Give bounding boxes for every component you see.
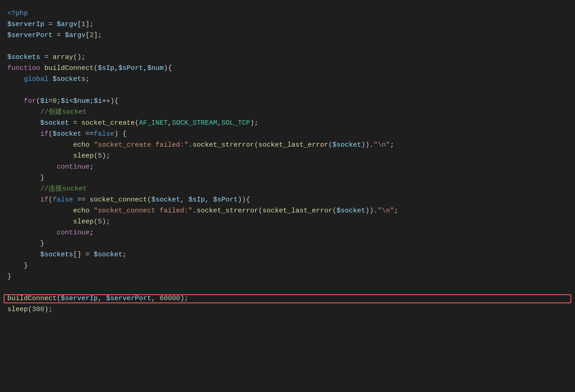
const-sol-tcp: SOL_TCP [221, 118, 250, 129]
semi-2: ; [390, 140, 394, 151]
paren-for-open: ( [36, 96, 40, 107]
var-socket-cond-1: $socket [53, 129, 81, 140]
code-editor: <?php $serverIp = $argv [ 1 ]; $serverPo… [0, 0, 575, 323]
indent-15 [7, 238, 40, 249]
num-0: 0 [53, 96, 57, 107]
paren-ss-open-1: ( [254, 140, 258, 151]
comment-connect-socket: //连接socket [40, 184, 87, 195]
comment-create-socket: //创建socket [40, 107, 87, 118]
paren-sleep-close-3: ); [44, 304, 53, 315]
semi-4: ; [394, 206, 398, 217]
fn-sleep-2: sleep [73, 217, 94, 228]
code-line-12: if ( $socket == false ) { [0, 129, 575, 140]
var-i-cond: $i [61, 96, 69, 107]
semi-1: ; [85, 74, 90, 85]
kw-false-1: false [94, 129, 114, 140]
code-line-6: function buildConnect ( $sIp , $sPort , … [0, 63, 575, 74]
code-line-18: if ( false == socket_connect ( $socket ,… [0, 195, 575, 206]
paren-sleep-close-2: ); [102, 217, 110, 228]
var-serverport: $serverPort [7, 30, 53, 41]
lt-op: < [69, 96, 73, 107]
paren-bc-close: ); [180, 293, 188, 304]
str-create-failed: "socket_create failed:" [94, 140, 188, 151]
indent-16 [7, 249, 40, 260]
operator-assign: = [44, 19, 57, 30]
kw-global: global [24, 74, 48, 85]
space-3: == [81, 129, 94, 140]
paren-sleep-close-1: ); [102, 151, 110, 162]
var-sip-arg: $sIp [188, 195, 205, 206]
fn-echo-1: echo [73, 140, 90, 151]
comma-sc-1: , [168, 118, 172, 129]
code-line-7: global $sockets ; [0, 74, 575, 85]
var-argv1: $argv [57, 19, 77, 30]
fn-socket-last-error-1: socket_last_error [258, 140, 328, 151]
concat-2: . [369, 140, 373, 151]
code-line-14: sleep ( 5 ); [0, 151, 575, 162]
fn-buildconnect-call: buildConnect [7, 293, 57, 304]
space-2 [48, 74, 53, 85]
var-socket: $socket [40, 118, 69, 129]
code-line-28: sleep ( 300 ); [0, 304, 575, 315]
space-1 [40, 63, 44, 74]
indent-9 [7, 173, 40, 184]
code-line-1: <?php [0, 8, 575, 19]
paren-sc-close: ); [250, 118, 258, 129]
paren-sleep-2: ( [94, 217, 98, 228]
paren-if-open-1: ( [48, 129, 53, 140]
indent-7 [7, 151, 73, 162]
code-line-13: echo "socket_create failed:" . socket_st… [0, 140, 575, 151]
indent-13 [7, 217, 73, 228]
paren-scon-open: ( [147, 195, 151, 206]
paren-scon-close: )){ [238, 195, 250, 206]
paren-sleep-3: ( [28, 304, 32, 315]
php-open-tag: <?php [7, 8, 28, 19]
param-sip: $sIp [98, 63, 114, 74]
kw-false-2: false [53, 195, 73, 206]
var-serverip-arg: $serverIp [61, 293, 98, 304]
var-sockets-global: $sockets [53, 74, 85, 85]
paren-sle-open-1: ( [328, 140, 332, 151]
var-num-cond: $num [73, 96, 90, 107]
var-serverip: $serverIp [7, 19, 44, 30]
param-num: $num [147, 63, 164, 74]
array-push-op: [] = [73, 249, 94, 260]
code-line-16: } [0, 173, 575, 184]
for-assign: = [48, 96, 53, 107]
num-1: 1 [81, 19, 85, 30]
comma-scon-2: , [205, 195, 213, 206]
operator-assign4: = [69, 118, 81, 129]
paren-if-close-1: ) { [114, 129, 127, 140]
fn-sleep-1: sleep [73, 151, 94, 162]
operator-assign2: = [53, 30, 65, 41]
num-2: 2 [90, 30, 94, 41]
comma-sc-2: , [217, 118, 221, 129]
bracket-2: ]; [85, 19, 94, 30]
code-line-21: continue ; [0, 228, 575, 238]
indent-4 [7, 118, 40, 129]
paren-sle-open-2: ( [332, 206, 336, 217]
kw-if-2: if [40, 195, 48, 206]
code-line-17: //连接socket [0, 184, 575, 195]
brace-close-2: } [40, 238, 44, 249]
code-line-25: } [0, 271, 575, 282]
paren-ss-open-2: ( [258, 206, 262, 217]
const-af-inet: AF_INET [139, 118, 168, 129]
var-sport-arg: $sPort [213, 195, 238, 206]
fn-socket-create: socket_create [81, 118, 135, 129]
space-4 [90, 140, 94, 151]
fn-echo-2: echo [73, 206, 90, 217]
var-socket-arg-1: $socket [332, 140, 361, 151]
num-60000: 60000 [160, 293, 180, 304]
indent-5 [7, 129, 40, 140]
kw-for: for [24, 96, 36, 107]
code-line-3: $serverPort = $argv [ 2 ]; [0, 30, 575, 41]
fn-socket-connect: socket_connect [90, 195, 147, 206]
var-i-init: $i [40, 96, 48, 107]
concat-4: . [373, 206, 378, 217]
code-line-26 [0, 282, 575, 293]
semi-for-2: ; [90, 96, 94, 107]
fn-socket-last-error-2: socket_last_error [262, 206, 332, 217]
comma-2: , [143, 63, 147, 74]
paren-bc-open: ( [57, 293, 61, 304]
